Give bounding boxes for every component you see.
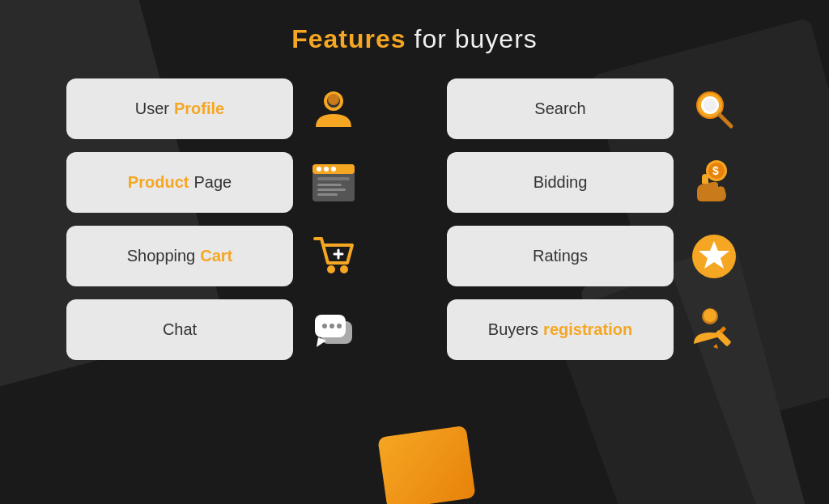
feature-shopping-cart: Shopping Cart bbox=[66, 226, 382, 286]
person-icon bbox=[309, 85, 358, 133]
svg-point-2 bbox=[328, 94, 339, 105]
svg-point-28 bbox=[329, 324, 334, 328]
svg-point-11 bbox=[331, 167, 336, 172]
search-icon bbox=[690, 85, 738, 133]
svg-rect-15 bbox=[317, 193, 338, 196]
person-write-icon bbox=[690, 306, 738, 354]
search-button[interactable]: Search bbox=[447, 78, 674, 139]
svg-point-31 bbox=[704, 309, 716, 322]
feature-buyers-registration: Buyers registration bbox=[447, 299, 763, 360]
svg-point-27 bbox=[322, 324, 327, 328]
buyers-registration-button[interactable]: Buyers registration bbox=[447, 299, 674, 360]
main-content: Features for buyers User Profile Search bbox=[0, 0, 829, 360]
svg-text:$: $ bbox=[712, 164, 719, 177]
feature-product-page: Product Page bbox=[66, 152, 382, 213]
svg-point-5 bbox=[704, 99, 716, 112]
svg-line-6 bbox=[720, 115, 731, 126]
page-title: Features for buyers bbox=[291, 24, 538, 54]
svg-rect-14 bbox=[317, 188, 346, 191]
title-highlight: Features bbox=[291, 24, 406, 53]
star-icon bbox=[690, 232, 738, 281]
chat-button[interactable]: Chat bbox=[66, 299, 293, 360]
cart-icon bbox=[309, 232, 358, 281]
svg-point-29 bbox=[337, 324, 342, 328]
svg-point-9 bbox=[317, 167, 321, 172]
browser-icon bbox=[309, 159, 358, 207]
feature-ratings: Ratings bbox=[447, 226, 763, 286]
feature-chat: Chat bbox=[66, 299, 382, 360]
svg-rect-12 bbox=[317, 177, 350, 180]
bidding-button[interactable]: Bidding bbox=[447, 152, 674, 213]
ratings-button[interactable]: Ratings bbox=[447, 226, 674, 286]
shopping-cart-button[interactable]: Shopping Cart bbox=[66, 226, 293, 286]
feature-search: Search bbox=[447, 78, 763, 139]
features-grid: User Profile Search bbox=[66, 78, 763, 360]
feature-bidding: Bidding $ bbox=[447, 152, 763, 213]
user-profile-button[interactable]: User Profile bbox=[66, 78, 293, 139]
feature-user-profile: User Profile bbox=[66, 78, 382, 139]
product-page-button[interactable]: Product Page bbox=[66, 152, 293, 213]
coin-hand-icon: $ bbox=[690, 159, 738, 207]
svg-rect-13 bbox=[317, 184, 342, 186]
svg-point-10 bbox=[324, 167, 329, 172]
orange-card-decoration bbox=[377, 426, 475, 504]
chat-icon bbox=[309, 306, 358, 354]
svg-point-19 bbox=[327, 265, 335, 273]
svg-marker-33 bbox=[713, 344, 718, 349]
svg-point-20 bbox=[340, 265, 348, 273]
